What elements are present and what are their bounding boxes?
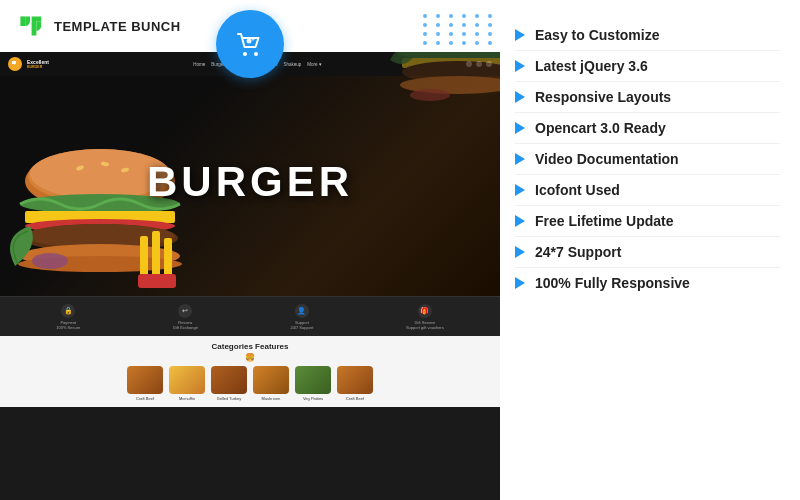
arrow-icon-4 bbox=[515, 153, 525, 165]
svg-point-1 bbox=[254, 52, 258, 56]
svg-point-28 bbox=[410, 89, 450, 101]
preview-features-bar: 🔒 Payment100% Secure ↩ ReturnsGift Excha… bbox=[0, 296, 500, 336]
payment-icon: 🔒 bbox=[61, 304, 75, 318]
svg-rect-17 bbox=[140, 236, 148, 276]
category-craft-beef-1: Craft Beef bbox=[127, 366, 163, 401]
arrow-icon-3 bbox=[515, 122, 525, 134]
feature-text-4: Video Documentation bbox=[535, 151, 679, 167]
feature-item-3: Opencart 3.0 Ready bbox=[515, 113, 780, 144]
category-img-1 bbox=[127, 366, 163, 394]
gift-icon: 🎁 bbox=[418, 304, 432, 318]
category-name-6: Craft Beef bbox=[346, 396, 364, 401]
arrow-icon-6 bbox=[515, 215, 525, 227]
svg-point-3 bbox=[252, 38, 255, 41]
nav-more: More ▾ bbox=[307, 62, 322, 67]
feature-item-4: Video Documentation bbox=[515, 144, 780, 175]
top-bar: TEMPLATE BUNCH bbox=[0, 0, 500, 52]
nav-shakeup: Shakeup bbox=[284, 62, 302, 67]
arrow-icon-5 bbox=[515, 184, 525, 196]
category-img-4 bbox=[253, 366, 289, 394]
feature-gift: 🎁 Gift ServiceSupport gift vouchers bbox=[406, 304, 444, 330]
feature-text-8: 100% Fully Responsive bbox=[535, 275, 690, 291]
category-mushroom: Mushroom bbox=[253, 366, 289, 401]
svg-point-21 bbox=[32, 253, 68, 269]
feature-item-5: Icofont Used bbox=[515, 175, 780, 206]
hero-title: BURGER bbox=[0, 161, 500, 203]
arrow-icon-8 bbox=[515, 277, 525, 289]
feature-text-2: Responsive Layouts bbox=[535, 89, 671, 105]
category-img-2 bbox=[169, 366, 205, 394]
preview-brand: Excellent BURGER bbox=[8, 57, 49, 71]
feature-text-1: Latest jQuery 3.6 bbox=[535, 58, 648, 74]
preview-site-subtitle: BURGER bbox=[27, 65, 49, 69]
category-items-list: Craft Beef Mcmuffin Grilled Turkey Mushr… bbox=[10, 366, 490, 401]
returns-icon: ↩ bbox=[178, 304, 192, 318]
feature-payment-label: Payment100% Secure bbox=[56, 320, 80, 330]
category-name-2: Mcmuffin bbox=[179, 396, 195, 401]
feature-item-2: Responsive Layouts bbox=[515, 82, 780, 113]
dots-decoration bbox=[423, 14, 496, 45]
category-name-3: Grilled Turkey bbox=[217, 396, 242, 401]
feature-item-7: 24*7 Support bbox=[515, 237, 780, 268]
hero-text: BURGER bbox=[0, 161, 500, 203]
logo-icon bbox=[14, 10, 46, 42]
support-icon: 👤 bbox=[295, 304, 309, 318]
category-name-4: Mushroom bbox=[262, 396, 281, 401]
svg-rect-20 bbox=[138, 274, 176, 288]
cart-icon bbox=[234, 28, 266, 60]
categories-emoji: 🍔 bbox=[10, 353, 490, 362]
feature-text-3: Opencart 3.0 Ready bbox=[535, 120, 666, 136]
categories-title: Categories Features bbox=[10, 342, 490, 351]
preview-logo-dot bbox=[8, 57, 22, 71]
feature-payment: 🔒 Payment100% Secure bbox=[56, 304, 80, 330]
arrow-icon-1 bbox=[515, 60, 525, 72]
category-img-3 bbox=[211, 366, 247, 394]
category-craft-beef-2: Craft Beef bbox=[337, 366, 373, 401]
category-grilled-turkey: Grilled Turkey bbox=[211, 366, 247, 401]
category-name-5: Veg Patties bbox=[303, 396, 323, 401]
arrow-icon-0 bbox=[515, 29, 525, 41]
feature-list: Easy to Customize Latest jQuery 3.6 Resp… bbox=[515, 20, 780, 485]
svg-point-0 bbox=[243, 52, 247, 56]
feature-item-1: Latest jQuery 3.6 bbox=[515, 51, 780, 82]
arrow-icon-7 bbox=[515, 246, 525, 258]
brand-name: TEMPLATE BUNCH bbox=[54, 19, 181, 34]
feature-text-6: Free Lifetime Update bbox=[535, 213, 673, 229]
feature-text-5: Icofont Used bbox=[535, 182, 620, 198]
svg-point-2 bbox=[247, 39, 252, 44]
category-mcmuffin: Mcmuffin bbox=[169, 366, 205, 401]
feature-support: 👤 Support24/7 Support bbox=[290, 304, 313, 330]
nav-home: Home bbox=[193, 62, 205, 67]
feature-item-8: 100% Fully Responsive bbox=[515, 268, 780, 298]
category-img-6 bbox=[337, 366, 373, 394]
category-name-1: Craft Beef bbox=[136, 396, 154, 401]
brand-logo: TEMPLATE BUNCH bbox=[14, 10, 181, 42]
feature-gift-label: Gift ServiceSupport gift vouchers bbox=[406, 320, 444, 330]
cart-button[interactable] bbox=[216, 10, 284, 78]
svg-rect-18 bbox=[152, 231, 160, 276]
svg-rect-19 bbox=[164, 238, 172, 276]
arrow-icon-2 bbox=[515, 91, 525, 103]
feature-item-6: Free Lifetime Update bbox=[515, 206, 780, 237]
feature-returns: ↩ ReturnsGift Exchange bbox=[173, 304, 198, 330]
feature-support-label: Support24/7 Support bbox=[290, 320, 313, 330]
feature-item-0: Easy to Customize bbox=[515, 20, 780, 51]
left-panel: TEMPLATE BUNCH bbox=[0, 0, 500, 500]
right-panel: Easy to Customize Latest jQuery 3.6 Resp… bbox=[500, 0, 800, 500]
preview-categories: Categories Features 🍔 Craft Beef Mcmuffi… bbox=[0, 336, 500, 407]
feature-returns-label: ReturnsGift Exchange bbox=[173, 320, 198, 330]
category-veg-patties: Veg Patties bbox=[295, 366, 331, 401]
feature-text-0: Easy to Customize bbox=[535, 27, 659, 43]
category-img-5 bbox=[295, 366, 331, 394]
feature-text-7: 24*7 Support bbox=[535, 244, 621, 260]
